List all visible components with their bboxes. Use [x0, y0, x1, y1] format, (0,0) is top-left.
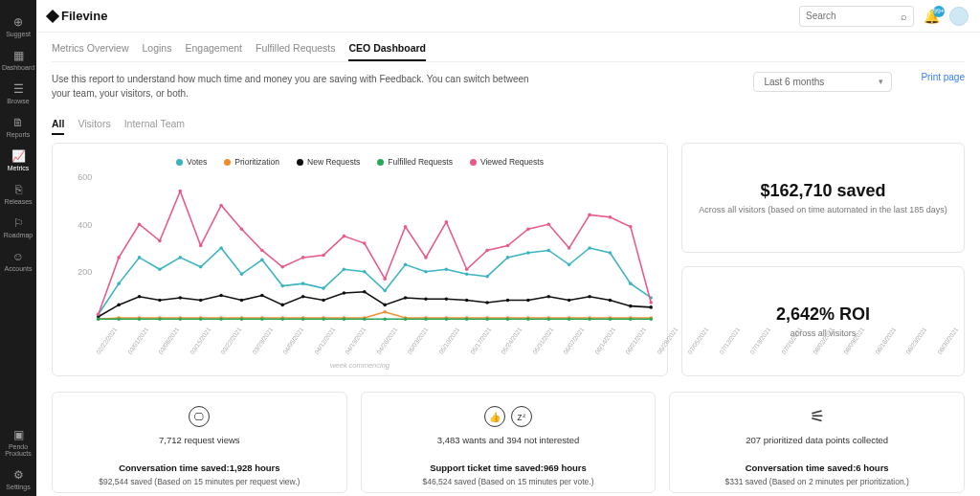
legend-dot-icon	[297, 159, 303, 166]
svg-point-26	[546, 249, 550, 253]
svg-point-15	[322, 286, 325, 290]
legend-label: Prioritization	[234, 157, 279, 167]
svg-point-112	[588, 317, 591, 321]
sidebar-item-suggest[interactable]: ⊕Suggest	[0, 15, 36, 37]
legend-label: New Requests	[307, 157, 360, 167]
svg-point-13	[280, 284, 284, 288]
svg-point-68	[260, 294, 264, 298]
legend-label: Viewed Requests	[480, 157, 544, 167]
bottom-card-priorities-line1: 207 prioritized data points collected	[746, 435, 888, 445]
search-box[interactable]: ⌕	[799, 6, 914, 27]
svg-point-103	[404, 317, 408, 321]
thumbs-up-icon: 👍	[484, 406, 505, 427]
svg-point-136	[506, 244, 510, 248]
svg-point-135	[485, 249, 489, 253]
sidebar-item-reports[interactable]: 🗎Reports	[0, 116, 36, 138]
legend-item[interactable]: Prioritization	[224, 157, 279, 167]
svg-point-78	[465, 299, 469, 303]
svg-point-18	[383, 289, 387, 293]
svg-point-83	[568, 299, 571, 303]
svg-text:600: 600	[78, 172, 92, 182]
filter-tab-all[interactable]: All	[52, 118, 64, 135]
sliders-icon: ⚟	[810, 406, 825, 427]
stat-roi-value: 2,642% ROI	[776, 304, 870, 325]
svg-point-97	[280, 317, 284, 321]
avatar[interactable]	[949, 7, 969, 26]
svg-point-123	[240, 227, 244, 231]
svg-point-76	[424, 297, 428, 301]
bottom-card-votes: 👍zᶻ 3,483 wants and 394 not interested S…	[361, 392, 657, 493]
legend-item[interactable]: Viewed Requests	[470, 157, 544, 167]
svg-point-80	[506, 299, 510, 303]
sidebar-item-settings[interactable]: ⚙Settings	[0, 468, 36, 490]
tab-engagement[interactable]: Engagement	[185, 38, 242, 61]
svg-point-62	[138, 295, 142, 299]
sidebar-item-releases[interactable]: ⎘Releases	[0, 183, 36, 205]
sidebar-item-browse[interactable]: ☰Browse	[0, 82, 36, 104]
svg-point-61	[117, 304, 121, 307]
svg-point-110	[546, 317, 550, 321]
svg-point-70	[301, 295, 305, 299]
svg-point-46	[383, 310, 387, 314]
svg-point-81	[526, 299, 530, 303]
svg-point-132	[424, 256, 428, 259]
legend-dot-icon	[470, 159, 477, 166]
svg-point-65	[199, 299, 203, 303]
search-icon[interactable]: ⌕	[901, 11, 907, 22]
svg-point-100	[343, 317, 346, 321]
svg-point-7	[158, 267, 162, 271]
filter-tab-visitors[interactable]: Visitors	[78, 118, 110, 135]
svg-point-85	[609, 299, 612, 303]
notifications-button[interactable]: 🔔 99+	[924, 9, 940, 24]
svg-point-107	[485, 317, 489, 321]
svg-point-84	[588, 295, 591, 299]
tab-logins[interactable]: Logins	[143, 38, 172, 61]
tab-ceo-dashboard[interactable]: CEO Dashboard	[348, 38, 426, 61]
svg-point-10	[219, 246, 223, 250]
tab-metrics-overview[interactable]: Metrics Overview	[52, 38, 129, 61]
apps-icon: ▣	[0, 428, 36, 441]
map-icon: ⚐	[0, 216, 36, 230]
svg-point-124	[260, 249, 264, 253]
svg-point-117	[117, 256, 121, 259]
svg-point-133	[445, 220, 449, 224]
svg-point-129	[363, 241, 367, 245]
search-input[interactable]	[806, 11, 901, 21]
sidebar-item-dashboard[interactable]: ▦Dashboard	[0, 49, 36, 71]
svg-point-93	[199, 317, 203, 321]
print-page-link[interactable]: Print page	[921, 72, 965, 82]
svg-point-94	[219, 317, 223, 321]
svg-point-27	[568, 263, 571, 267]
legend-item[interactable]: New Requests	[297, 157, 360, 167]
svg-point-64	[179, 296, 183, 300]
svg-point-14	[301, 282, 305, 285]
legend-item[interactable]: Votes	[176, 157, 207, 167]
export-icon: ⎘	[0, 183, 36, 196]
svg-point-137	[526, 227, 530, 231]
svg-point-12	[260, 259, 264, 262]
svg-text:200: 200	[78, 267, 92, 277]
sidebar-item-roadmap[interactable]: ⚐Roadmap	[0, 216, 36, 238]
svg-point-5	[117, 282, 121, 285]
chart-legend: VotesPrioritizationNew RequestsFulfilled…	[62, 157, 657, 167]
sidebar: ⊕Suggest ▦Dashboard ☰Browse 🗎Reports 📈Me…	[0, 0, 36, 496]
svg-point-119	[158, 239, 162, 243]
stat-card-roi: 2,642% ROI across all visitors	[681, 266, 965, 376]
sidebar-item-pendo-products[interactable]: ▣Pendo Products	[0, 428, 36, 457]
svg-point-131	[404, 225, 408, 229]
report-description: Use this report to understand how much t…	[52, 72, 530, 101]
tab-fulfilled-requests[interactable]: Fulfilled Requests	[256, 38, 335, 61]
date-range-select[interactable]: Last 6 months	[753, 72, 892, 92]
legend-item[interactable]: Fulfilled Requests	[377, 157, 453, 167]
svg-point-23	[485, 275, 489, 279]
svg-point-114	[629, 317, 633, 321]
sidebar-item-accounts[interactable]: ☺Accounts	[0, 250, 36, 272]
filter-tab-internal-team[interactable]: Internal Team	[124, 118, 185, 135]
svg-point-109	[526, 317, 530, 321]
topbar: Filevine ⌕ 🔔 99+	[36, 0, 980, 33]
bottom-card-views-line1: 7,712 request views	[159, 435, 240, 445]
svg-point-92	[179, 317, 183, 321]
sidebar-item-metrics[interactable]: 📈Metrics	[0, 149, 36, 171]
svg-point-139	[568, 246, 571, 250]
svg-point-121	[199, 244, 203, 248]
